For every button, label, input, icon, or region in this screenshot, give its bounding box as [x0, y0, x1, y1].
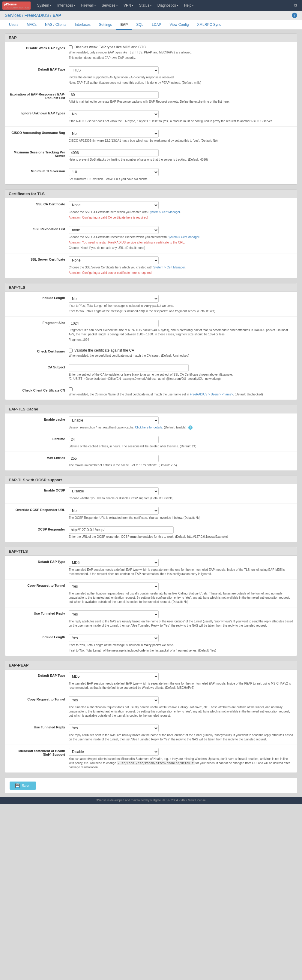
- tab-sql[interactable]: SQL: [132, 20, 147, 30]
- tab-bar: Users MACs NAS / Clients Interfaces Sett…: [0, 20, 302, 30]
- input-max-sessions[interactable]: [69, 149, 159, 156]
- label-disable-weak-eap: Disable Weak EAP Types: [9, 45, 69, 50]
- checkbox-label-cert-issuer[interactable]: Validate the certificate against the CA: [69, 348, 293, 353]
- desc-peap-use-tunneled-reply: The reply attributes sent to the NAS are…: [69, 733, 293, 741]
- label-ssl-server-cert: SSL Server Certificate: [9, 256, 69, 261]
- select-ssl-ca-cert[interactable]: None: [69, 201, 159, 209]
- select-peap-copy-request[interactable]: YesNo: [69, 696, 159, 704]
- select-ttls-use-tunneled-reply[interactable]: YesNo: [69, 610, 159, 618]
- content-override-ocsp-url: NoYes The OCSP Responder URL is extracte…: [69, 507, 293, 520]
- select-ttls-include-length[interactable]: YesNo: [69, 634, 159, 642]
- link-freeradius-users[interactable]: FreeRADIUS > Users > <name>: [190, 393, 233, 396]
- row-peap-default-eap-type: Default EAP Type MD5TLSTTLSPEAPMSCHAPv2 …: [5, 670, 297, 693]
- caret-icon: ▾: [50, 4, 51, 7]
- tab-eap[interactable]: EAP: [116, 20, 132, 30]
- nav-status[interactable]: Status ▾: [136, 0, 155, 11]
- checkbox-client-cn[interactable]: [69, 387, 73, 391]
- select-cisco-bug[interactable]: NoYes: [69, 130, 159, 137]
- nav-services[interactable]: Services ▾: [99, 0, 120, 11]
- input-fragment-size[interactable]: [69, 320, 159, 327]
- tab-interfaces[interactable]: Interfaces: [71, 20, 95, 30]
- select-default-eap-type[interactable]: TTLSMD5TLSPEAPMSCHAPv2: [69, 66, 159, 74]
- tab-users[interactable]: Users: [5, 20, 22, 30]
- nav-vpn[interactable]: VPN ▾: [120, 0, 136, 11]
- select-min-tls[interactable]: 1.01.11.21.3: [69, 168, 159, 176]
- tab-xmlrpc-sync[interactable]: XMLRPC Sync: [193, 20, 225, 30]
- select-override-ocsp-url[interactable]: NoYes: [69, 507, 159, 515]
- checkbox-cert-issuer[interactable]: [69, 348, 73, 353]
- input-max-entries[interactable]: [69, 455, 159, 462]
- link-cache-details[interactable]: Click here for details.: [135, 426, 163, 429]
- top-navigation: pfSense COMMUNITY EDITION System ▾ Inter…: [0, 0, 302, 11]
- tab-macs[interactable]: MACs: [22, 20, 41, 30]
- row-ttls-copy-request: Copy Request to Tunnel YesNo The tunnele…: [5, 579, 297, 608]
- save-icon: 💾: [15, 783, 20, 788]
- info-icon-cache[interactable]: i: [188, 425, 193, 430]
- desc2-fragment-size: Fragment 1024: [69, 338, 293, 342]
- row-min-tls: Minimum TLS version 1.01.11.21.3 Set min…: [5, 165, 297, 185]
- breadcrumb-freeradius[interactable]: FreeRADIUS: [25, 13, 49, 18]
- tab-nas-clients[interactable]: NAS / Clients: [41, 20, 71, 30]
- row-peap-copy-request: Copy Request to Tunnel YesNo The tunnele…: [5, 693, 297, 721]
- help-icon[interactable]: ?: [292, 13, 297, 18]
- select-enable-ocsp[interactable]: DisableEnable: [69, 487, 159, 495]
- checkbox-weak-eap[interactable]: [69, 45, 73, 49]
- label-peap-copy-request: Copy Request to Tunnel: [9, 696, 69, 701]
- select-ignore-unknown-eap[interactable]: NoYes: [69, 110, 159, 118]
- select-peap-default-eap-type[interactable]: MD5TLSTTLSPEAPMSCHAPv2: [69, 673, 159, 680]
- breadcrumb-sep2: /: [50, 13, 51, 18]
- input-cache-lifetime[interactable]: [69, 436, 159, 443]
- label-cisco-bug: CISCO Accounting Username Bug: [9, 130, 69, 135]
- logo-box: pfSense COMMUNITY EDITION: [2, 2, 31, 10]
- checkbox-label-weak-eap[interactable]: Disables weak EAP types like MD5 and GTC: [69, 45, 293, 49]
- row-peap-use-tunneled-reply: Use Tunneled Reply YesNo The reply attri…: [5, 721, 297, 745]
- row-cache-lifetime: Lifetime Lifetime of the cached entries,…: [5, 433, 297, 452]
- nav-diagnostics[interactable]: Diagnostics ▾: [155, 0, 181, 11]
- content-ssl-revocation: none Choose the SSL CA Certificate revoc…: [69, 226, 293, 250]
- warning-ssl-server-cert: Attention: Configuring a valid server ce…: [69, 271, 293, 275]
- select-ssl-revocation[interactable]: none: [69, 226, 159, 234]
- link-cert-manager-2[interactable]: System > Cert Manager: [168, 235, 199, 239]
- select-ttls-copy-request[interactable]: YesNo: [69, 582, 159, 590]
- input-ocsp-responder[interactable]: [69, 526, 174, 533]
- breadcrumb: Services / FreeRADIUS / EAP ?: [0, 11, 302, 20]
- checkbox-label-client-cn[interactable]: [69, 387, 293, 391]
- label-ssl-ca-cert: SSL CA Certificate: [9, 201, 69, 206]
- content-enable-cache: EnableDisable Session resumption / fast …: [69, 417, 293, 430]
- label-min-tls: Minimum TLS version: [9, 168, 69, 173]
- label-ttls-include-length: Include Length: [9, 634, 69, 639]
- tab-view-config[interactable]: View Config: [166, 20, 193, 30]
- select-peap-soh[interactable]: DisableEnable: [69, 748, 159, 756]
- save-button[interactable]: 💾 Save: [9, 781, 36, 790]
- select-eaptls-include-length[interactable]: NoYes: [69, 295, 159, 303]
- label-expiration-eap: Expiration of EAP-Response / EAP-Request…: [9, 91, 69, 100]
- row-fragment-size: Fragment Size Fragment Size can never ex…: [5, 317, 297, 345]
- nav-firewall[interactable]: Firewall ▾: [78, 0, 99, 11]
- nav-interfaces[interactable]: Interfaces ▾: [54, 0, 78, 11]
- row-ssl-revocation: SSL Revocation List none Choose the SSL …: [5, 223, 297, 253]
- select-enable-cache[interactable]: EnableDisable: [69, 417, 159, 424]
- content-ssl-server-cert: None Choose the SSL Server Certificate h…: [69, 256, 293, 275]
- input-ca-subject[interactable]: [69, 364, 189, 371]
- section-eap-tls-cache: EAP-TLS Cache Enable cache EnableDisable…: [5, 405, 297, 471]
- desc-max-entries: The maximum number of entries in the cac…: [69, 463, 293, 468]
- select-ttls-default-eap-type[interactable]: MD5TLSTTLSPEAPMSCHAPv2: [69, 559, 159, 566]
- breadcrumb-services[interactable]: Services: [5, 13, 21, 18]
- row-check-cert-issuer: Check Cert Issuer Validate the certifica…: [5, 345, 297, 361]
- content-ttls-include-length: YesNo If set to 'Yes', Total Length of t…: [69, 634, 293, 653]
- caret-icon: ▾: [116, 4, 117, 7]
- row-default-eap-type: Default EAP Type TTLSMD5TLSPEAPMSCHAPv2 …: [5, 64, 297, 88]
- label-fragment-size: Fragment Size: [9, 320, 69, 325]
- nav-external-icon[interactable]: ⧉: [292, 3, 300, 8]
- link-cert-manager-1[interactable]: System > Cert Manager: [149, 210, 180, 214]
- select-peap-use-tunneled-reply[interactable]: YesNo: [69, 724, 159, 732]
- tab-ldap[interactable]: LDAP: [147, 20, 165, 30]
- nav-help[interactable]: Help ▾: [181, 0, 197, 11]
- nav-system[interactable]: System ▾: [34, 0, 54, 11]
- tab-settings[interactable]: Settings: [95, 20, 116, 30]
- desc-fragment-size: Fragment Size can never exceed the size …: [69, 328, 293, 337]
- code-soh-path: /usr/local/etc/raddb/sites-enabled/defau…: [117, 761, 194, 765]
- input-expiration-eap[interactable]: [69, 91, 159, 99]
- select-ssl-server-cert[interactable]: None: [69, 256, 159, 264]
- link-cert-manager-3[interactable]: System > Cert Manager: [153, 266, 185, 269]
